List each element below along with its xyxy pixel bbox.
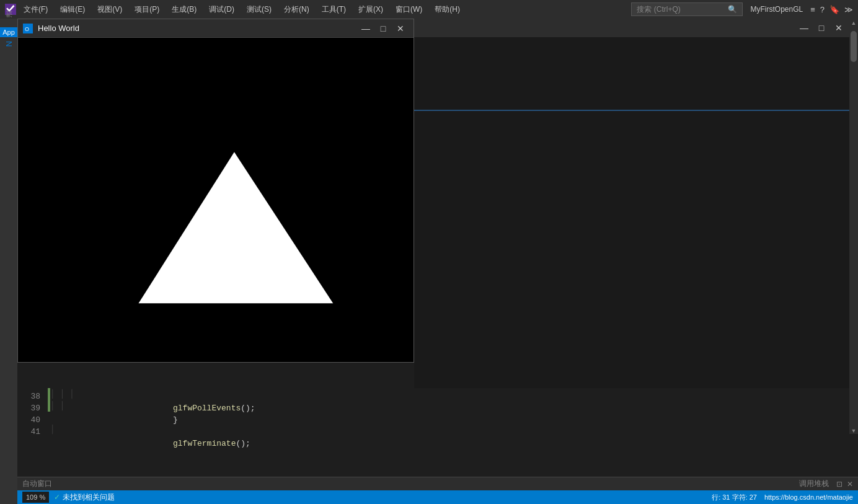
sidebar-label-top: 进 — [2, 21, 16, 26]
line-num-40: 40 — [17, 414, 40, 426]
statusbar-left: 109 % ✓ 未找到相关问题 — [22, 492, 115, 503]
bottom-panel-right: 调用堆栈 — [799, 479, 829, 489]
right-dark-panel — [414, 37, 849, 434]
toolbar-icon-1[interactable]: ≡ — [810, 5, 815, 14]
line-num-39: 39 — [17, 402, 40, 414]
outer-titlebar: — □ ✕ — [414, 19, 849, 37]
search-input[interactable]: 搜索 (Ctrl+Q) 🔍 — [631, 2, 743, 16]
content-area: — □ ✕ O Hello World — □ ✕ — [17, 19, 858, 504]
scrollbar-thumb[interactable] — [851, 31, 857, 62]
popup-minimize-button[interactable]: — — [358, 22, 374, 35]
code-line-38: glfwPollEvents(); — [125, 391, 849, 402]
left-sidebar: 进 App N — [0, 19, 17, 504]
code-content[interactable]: glfwPollEvents(); } glfwTerminate(); — [125, 388, 849, 477]
cursor-position: 行: 31 字符: 27 — [712, 493, 757, 502]
search-placeholder: 搜索 (Ctrl+Q) — [637, 4, 680, 15]
statusbar-right: 行: 31 字符: 27 https://blog.csdn.net/matao… — [712, 493, 853, 502]
menu-build[interactable]: 生成(B) — [167, 2, 201, 17]
toolbar-icon-bookmark[interactable]: 🔖 — [829, 5, 839, 14]
search-icon: 🔍 — [728, 5, 737, 14]
popup-window-icon: O — [23, 24, 33, 33]
code-editor: 38 39 40 41 │ │ │ │ │ — [17, 388, 849, 477]
svg-text:O: O — [25, 26, 29, 32]
scrollbar-up-arrow[interactable]: ▲ — [851, 20, 857, 26]
hello-world-window: O Hello World — □ ✕ — [17, 19, 414, 363]
outer-maximize-button[interactable]: □ — [813, 22, 829, 34]
panel-icon-2[interactable]: ✕ — [847, 480, 853, 489]
toolbar-icon-2[interactable]: ? — [820, 5, 825, 14]
menu-file[interactable]: 文件(F) — [19, 2, 53, 17]
popup-window-controls: — □ ✕ — [358, 22, 409, 35]
zoom-level[interactable]: 109 % — [22, 492, 49, 503]
menu-tools[interactable]: 工具(T) — [317, 2, 351, 17]
status-message: 未找到相关问题 — [63, 492, 115, 503]
panel-icon-1[interactable]: ⊡ — [836, 480, 843, 489]
status-ok: ✓ 未找到相关问题 — [54, 492, 115, 503]
vs-logo-icon — [5, 4, 16, 15]
toolbar-icon-4[interactable]: ≫ — [844, 5, 853, 14]
menu-test[interactable]: 测试(S) — [242, 2, 276, 17]
line-numbers: 38 39 40 41 — [17, 388, 45, 477]
menubar: 文件(F) 编辑(E) 视图(V) 项目(P) 生成(B) 调试(D) 测试(S… — [0, 0, 858, 19]
editor-highlight-line — [414, 110, 849, 111]
line-num-38: 38 — [17, 391, 40, 402]
outer-close-button[interactable]: ✕ — [831, 22, 847, 34]
main-scrollbar[interactable]: ▲ ▼ — [849, 19, 858, 434]
project-name: MyFirstOpenGL — [750, 5, 803, 14]
bottom-panel-label: 自动窗口 — [22, 479, 52, 489]
ide-layout: 进 App N — □ ✕ O Hello World — [0, 19, 858, 504]
menu-extensions[interactable]: 扩展(X) — [353, 2, 388, 17]
bottom-panel-icons: ⊡ ✕ — [836, 480, 853, 489]
triangle-svg — [18, 38, 414, 362]
indent-area: │ │ │ │ │ │ — [50, 388, 125, 477]
code-brace-39: } — [173, 415, 178, 425]
code-line-40 — [125, 414, 849, 426]
menu-debug[interactable]: 调试(D) — [204, 2, 239, 17]
search-area: 搜索 (Ctrl+Q) 🔍 — [631, 2, 743, 16]
popup-close-button[interactable]: ✕ — [392, 22, 409, 35]
opengl-canvas — [18, 38, 414, 362]
menu-help[interactable]: 帮助(H) — [430, 2, 465, 17]
code-func-38: glfwPollEvents — [173, 404, 241, 413]
menu-project[interactable]: 项目(P) — [130, 2, 164, 17]
statusbar: 109 % ✓ 未找到相关问题 行: 31 字符: 27 https://blo… — [17, 490, 858, 504]
code-paren-41: (); — [236, 439, 250, 448]
checkmark-icon: ✓ — [54, 493, 60, 502]
code-paren-38: (); — [241, 404, 260, 413]
menu-window[interactable]: 窗口(W) — [391, 2, 427, 17]
popup-title: Hello World — [38, 24, 353, 33]
bottom-panel: 自动窗口 调用堆栈 ⊡ ✕ — [17, 477, 858, 490]
sidebar-n-label[interactable]: N — [4, 41, 14, 46]
line-num-41: 41 — [17, 426, 40, 438]
popup-titlebar: O Hello World — □ ✕ — [18, 19, 414, 38]
popup-maximize-button[interactable]: □ — [375, 22, 391, 35]
outer-window-controls: — □ ✕ — [796, 22, 847, 34]
menu-view[interactable]: 视图(V) — [92, 2, 127, 17]
outer-minimize-button[interactable]: — — [796, 22, 812, 34]
status-url: https://blog.csdn.net/mataojie — [764, 493, 853, 501]
menu-analyze[interactable]: 分析(N) — [279, 2, 314, 17]
code-func-41: glfwTerminate — [173, 439, 236, 448]
white-triangle — [138, 152, 333, 303]
scrollbar-down-arrow[interactable]: ▼ — [851, 428, 857, 434]
menu-edit[interactable]: 编辑(E) — [55, 2, 90, 17]
code-line-41: glfwTerminate(); — [125, 426, 849, 438]
sidebar-app-label[interactable]: App — [0, 27, 17, 37]
